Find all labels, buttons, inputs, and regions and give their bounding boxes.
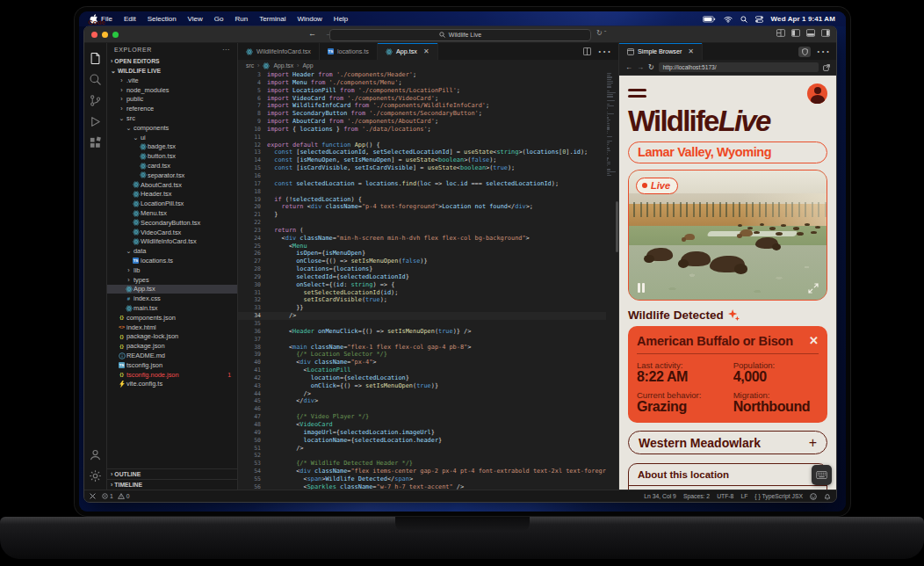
problems-indicator[interactable]: 1 0 bbox=[102, 493, 130, 499]
feedback-smiley-icon[interactable] bbox=[810, 493, 817, 500]
eol-sequence[interactable]: LF bbox=[740, 493, 747, 499]
breadcrumb-item[interactable]: App.tsx bbox=[273, 62, 293, 69]
avatar[interactable] bbox=[807, 83, 827, 104]
pause-button[interactable] bbox=[638, 283, 645, 293]
explorer-icon[interactable] bbox=[83, 47, 106, 69]
tree-item-Header.tsx[interactable]: Header.tsx bbox=[107, 190, 237, 200]
outline-section[interactable]: ›OUTLINE bbox=[107, 468, 237, 479]
tree-item-index.css[interactable]: #index.css bbox=[107, 294, 237, 303]
history-back-button[interactable]: ← bbox=[308, 29, 316, 38]
location-pill[interactable]: Lamar Valley, Wyoming bbox=[628, 142, 827, 163]
minimize-window-button[interactable] bbox=[102, 32, 108, 38]
tree-item-VideoCard.tsx[interactable]: VideoCard.tsx bbox=[107, 228, 237, 237]
tree-item-locations.ts[interactable]: TSlocations.ts bbox=[107, 256, 237, 265]
close-tab-icon[interactable]: ✕ bbox=[423, 47, 430, 55]
timeline-section[interactable]: ›TIMELINE bbox=[107, 479, 237, 490]
tree-item-SecondaryButton.tsx[interactable]: SecondaryButton.tsx bbox=[107, 218, 237, 228]
tree-item-package.json[interactable]: {}package.json bbox=[107, 341, 237, 351]
editor-scrollbar[interactable] bbox=[616, 201, 618, 252]
panel-more-actions-icon[interactable]: ⋯ bbox=[816, 43, 830, 60]
minimap[interactable] bbox=[606, 71, 618, 490]
indentation[interactable]: Spaces: 2 bbox=[683, 493, 710, 499]
bison bbox=[646, 248, 673, 261]
tree-item-tsconfig.node.json[interactable]: {}tsconfig.node.json1 bbox=[107, 370, 237, 380]
tree-item-package-lock.json[interactable]: {}package-lock.json bbox=[107, 332, 237, 342]
tree-item-components[interactable]: ⌄components bbox=[107, 123, 237, 133]
breadcrumb-item[interactable]: App bbox=[302, 62, 313, 69]
tree-item-lib[interactable]: ›lib bbox=[107, 265, 237, 275]
search-icon bbox=[439, 32, 445, 38]
live-video-card[interactable]: Live bbox=[628, 170, 827, 301]
url-input[interactable]: http://localhost:5173/ bbox=[659, 62, 819, 72]
tree-item-node_modules[interactable]: ›node_modules bbox=[107, 85, 237, 95]
tree-item-WildlifeInfoCard.tsx[interactable]: WildlifeInfoCard.tsx bbox=[107, 237, 237, 247]
browser-viewport: WildlifeLive Lamar Valley, Wyoming bbox=[619, 76, 836, 490]
close-window-button[interactable] bbox=[91, 32, 97, 38]
zoom-window-button[interactable] bbox=[112, 32, 119, 38]
tree-item-AboutCard.tsx[interactable]: AboutCard.tsx bbox=[107, 180, 237, 190]
search-icon[interactable] bbox=[84, 69, 106, 90]
tab-simple-browser[interactable]: Simple Browser ✕ bbox=[619, 43, 703, 60]
tree-item-badge.tsx[interactable]: badge.tsx bbox=[107, 142, 237, 152]
close-icon[interactable]: ✕ bbox=[809, 337, 819, 345]
code-editor[interactable]: 3import Header from './components/Header… bbox=[238, 71, 606, 490]
tree-item-README.md[interactable]: README.md bbox=[107, 351, 237, 360]
workspace-root-section[interactable]: ⌄WILDLIFE LIVE bbox=[107, 66, 237, 76]
tree-item-card.tsx[interactable]: card.tsx bbox=[107, 161, 237, 171]
toggle-secondary-sidebar-icon[interactable] bbox=[821, 29, 830, 37]
hamburger-menu-icon[interactable] bbox=[628, 89, 646, 97]
explorer-more-actions-icon[interactable]: ⋯ bbox=[222, 46, 230, 54]
tree-item-LocationPill.tsx[interactable]: LocationPill.tsx bbox=[107, 199, 237, 208]
tree-item-components.json[interactable]: {}components.json bbox=[107, 313, 237, 323]
browser-back-icon[interactable]: ← bbox=[625, 63, 632, 71]
close-tab-icon[interactable]: ✕ bbox=[688, 47, 694, 55]
command-center-search[interactable]: Wildlife Live bbox=[329, 29, 591, 41]
tree-item-ui[interactable]: ⌄ui bbox=[107, 133, 237, 142]
browser-reload-icon[interactable]: ↻ bbox=[648, 63, 654, 71]
tree-item-main.tsx[interactable]: main.tsx bbox=[107, 303, 237, 313]
tree-item-button.tsx[interactable]: button.tsx bbox=[107, 151, 237, 161]
browser-forward-icon[interactable]: → bbox=[637, 63, 644, 71]
account-icon[interactable] bbox=[84, 444, 106, 465]
add-species-pill[interactable]: Western Meadowlark + bbox=[628, 431, 827, 454]
run-debug-icon[interactable] bbox=[84, 111, 106, 132]
cursor-position[interactable]: Ln 34, Col 9 bbox=[644, 493, 676, 499]
tree-item-src[interactable]: ⌄src bbox=[107, 113, 237, 123]
remote-indicator-icon[interactable] bbox=[90, 493, 96, 499]
fullscreen-icon[interactable] bbox=[808, 283, 819, 294]
menu-item-code[interactable]: Code bbox=[79, 11, 846, 26]
tree-item-types[interactable]: ›types bbox=[107, 275, 237, 285]
breadcrumb-item[interactable]: src bbox=[246, 62, 254, 69]
breadcrumb[interactable]: src›App.tsx›App bbox=[238, 60, 618, 71]
tab-wildlifeinfocard.tsx[interactable]: WildlifeInfoCard.tsx bbox=[238, 43, 320, 60]
open-editors-section[interactable]: ›OPEN EDITORS bbox=[107, 56, 237, 66]
tab-locations.ts[interactable]: TSlocations.ts bbox=[320, 43, 378, 60]
layout-dropdown-icon[interactable]: ↻ˇ bbox=[596, 29, 606, 37]
browser-security-icon[interactable] bbox=[798, 47, 811, 57]
tree-item-.vite[interactable]: ›.vite bbox=[107, 76, 237, 85]
tree-item-Menu.tsx[interactable]: Menu.tsx bbox=[107, 208, 237, 218]
toggle-primary-sidebar-icon[interactable] bbox=[791, 29, 800, 37]
editor-more-actions-icon[interactable]: ⋯ bbox=[597, 43, 611, 60]
tree-item-index.html[interactable]: <>index.html bbox=[107, 323, 237, 332]
keyboard-overlay-button[interactable] bbox=[812, 465, 832, 485]
customize-layout-icon[interactable] bbox=[776, 29, 785, 37]
settings-gear-icon[interactable] bbox=[84, 465, 106, 486]
open-external-icon[interactable] bbox=[823, 64, 830, 71]
tree-item-vite.config.ts[interactable]: vite.config.ts bbox=[107, 380, 237, 389]
about-location-card: About this location Lamar Valley is loca… bbox=[628, 463, 827, 490]
tree-item-reference[interactable]: ›reference bbox=[107, 104, 237, 113]
tree-item-public[interactable]: ›public bbox=[107, 95, 237, 105]
encoding[interactable]: UTF-8 bbox=[717, 493, 733, 499]
tree-item-data[interactable]: ⌄data bbox=[107, 246, 237, 256]
language-mode[interactable]: { } TypeScript JSX bbox=[754, 493, 803, 499]
notifications-bell-icon[interactable] bbox=[824, 493, 831, 500]
tree-item-tsconfig.json[interactable]: TStsconfig.json bbox=[107, 360, 237, 370]
toggle-panel-icon[interactable] bbox=[806, 29, 815, 37]
tab-app.tsx[interactable]: App.tsx✕ bbox=[378, 43, 438, 60]
split-editor-icon[interactable] bbox=[583, 47, 591, 55]
tree-item-separator.tsx[interactable]: separator.tsx bbox=[107, 171, 237, 180]
extensions-icon[interactable] bbox=[84, 132, 106, 153]
tree-item-App.tsx[interactable]: App.tsx bbox=[107, 285, 237, 294]
source-control-icon[interactable] bbox=[84, 90, 106, 111]
